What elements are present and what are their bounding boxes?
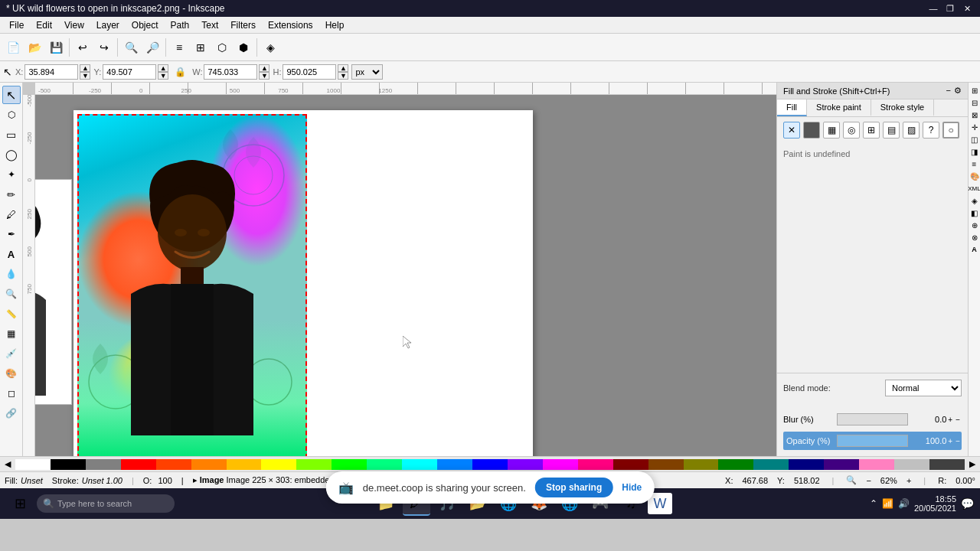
- notification-icon[interactable]: 💬: [961, 497, 974, 510]
- swatch-yellow[interactable]: [261, 459, 296, 470]
- gradient-tool[interactable]: ▦: [2, 324, 21, 343]
- align-button[interactable]: ≡: [169, 37, 189, 57]
- pen-tool[interactable]: ✏: [2, 185, 21, 204]
- tab-stroke-paint[interactable]: Stroke paint: [807, 99, 871, 116]
- y-up[interactable]: ▲: [158, 64, 168, 72]
- opacity-minus[interactable]: −: [954, 437, 962, 445]
- h-input[interactable]: [283, 64, 336, 80]
- swatch-amber[interactable]: [227, 459, 262, 470]
- swatch-azure[interactable]: [437, 459, 472, 470]
- star-tool[interactable]: ✦: [2, 165, 21, 184]
- fs-settings[interactable]: ⚙: [954, 86, 962, 96]
- opacity-bar[interactable]: [837, 435, 908, 447]
- swatch-dark-gray[interactable]: [929, 459, 965, 470]
- opacity-plus[interactable]: +: [946, 437, 954, 445]
- menu-file[interactable]: File: [3, 18, 30, 32]
- spray-tool[interactable]: 💧: [2, 265, 21, 283]
- swatch-spring-green[interactable]: [367, 459, 402, 470]
- swatch-pink[interactable]: [859, 459, 894, 470]
- clip-icon[interactable]: ◫: [969, 134, 980, 145]
- paint-pattern-btn[interactable]: ▤: [883, 122, 900, 139]
- mask-icon[interactable]: ◨: [969, 146, 980, 157]
- snap2-icon[interactable]: ✛: [969, 122, 980, 132]
- redo-button[interactable]: ↪: [94, 37, 114, 57]
- zoom-icon[interactable]: 🔍: [846, 475, 857, 485]
- node-button[interactable]: ◈: [260, 37, 280, 57]
- document-canvas[interactable]: [74, 110, 533, 456]
- swatch-silver[interactable]: [894, 459, 929, 470]
- menu-path[interactable]: Path: [165, 18, 196, 32]
- menu-layer[interactable]: Layer: [90, 18, 126, 32]
- sym-icon[interactable]: ⊗: [969, 232, 980, 243]
- connector-tool[interactable]: 🔗: [2, 404, 21, 422]
- swatch-black[interactable]: [51, 459, 86, 470]
- node2-icon[interactable]: ◈: [969, 195, 980, 206]
- zoom-tool[interactable]: 🔍: [2, 285, 21, 303]
- w-input[interactable]: [204, 64, 257, 80]
- swatch-navy[interactable]: [789, 459, 824, 470]
- node-tool[interactable]: ⬡: [2, 106, 21, 124]
- system-tray[interactable]: ⌃: [870, 498, 877, 509]
- zoom-in-button[interactable]: 🔍: [121, 37, 141, 57]
- h-up[interactable]: ▲: [338, 64, 348, 72]
- w-up[interactable]: ▲: [259, 64, 270, 72]
- eraser-tool[interactable]: ◻: [2, 384, 21, 403]
- menu-view[interactable]: View: [58, 18, 90, 32]
- clock-area[interactable]: 18:55 20/05/2021: [914, 494, 956, 513]
- paint-flat-btn[interactable]: [803, 122, 820, 139]
- search-bar[interactable]: 🔍: [37, 494, 175, 513]
- search-input[interactable]: [57, 499, 168, 508]
- swatch-rose[interactable]: [578, 459, 613, 470]
- new-button[interactable]: 📄: [3, 37, 23, 57]
- blur-plus[interactable]: +: [946, 416, 954, 424]
- paint-none-btn[interactable]: ✕: [783, 122, 800, 139]
- units-select[interactable]: pxmmcmin: [351, 64, 383, 80]
- layers-icon[interactable]: ◧: [969, 207, 980, 218]
- undo-button[interactable]: ↩: [73, 37, 93, 57]
- font-icon[interactable]: A: [969, 244, 980, 255]
- text-tool[interactable]: A: [2, 245, 21, 263]
- measure-tool[interactable]: 📏: [2, 305, 21, 323]
- menu-filters[interactable]: Filters: [224, 18, 262, 32]
- paint-unknown-btn[interactable]: ?: [923, 122, 939, 139]
- objects-icon[interactable]: ⊕: [969, 220, 980, 230]
- save-button[interactable]: 💾: [46, 37, 66, 57]
- popart-container[interactable]: [77, 114, 307, 456]
- y-down[interactable]: ▼: [158, 72, 168, 80]
- hide-button[interactable]: Hide: [622, 482, 642, 493]
- menu-object[interactable]: Object: [126, 18, 165, 32]
- x-input[interactable]: [24, 64, 78, 80]
- dropper-tool[interactable]: 💉: [2, 344, 21, 363]
- xml-icon[interactable]: XML: [969, 183, 980, 194]
- volume-icon[interactable]: 🔊: [898, 498, 910, 509]
- close-button[interactable]: ✕: [960, 3, 974, 14]
- grid-icon[interactable]: ⊟: [969, 97, 980, 108]
- stop-sharing-button[interactable]: Stop sharing: [535, 478, 612, 497]
- align2-icon[interactable]: ≡: [969, 158, 980, 169]
- distribute-button[interactable]: ⊞: [191, 37, 211, 57]
- minimize-button[interactable]: —: [926, 3, 940, 14]
- paint-unset-btn[interactable]: ○: [942, 122, 959, 139]
- blur-bar[interactable]: [837, 413, 908, 425]
- swatch-maroon[interactable]: [613, 459, 648, 470]
- swatch-violet[interactable]: [508, 459, 543, 470]
- swatch-orange[interactable]: [191, 459, 227, 470]
- swatch-magenta[interactable]: [543, 459, 578, 470]
- swatch-dark-green[interactable]: [718, 459, 753, 470]
- snap-icon[interactable]: ⊞: [969, 85, 980, 96]
- swatch-cyan[interactable]: [402, 459, 437, 470]
- select-tool[interactable]: ↖: [2, 86, 21, 104]
- menu-help[interactable]: Help: [319, 18, 351, 32]
- lock-icon[interactable]: 🔒: [172, 67, 189, 77]
- open-button[interactable]: 📂: [24, 37, 44, 57]
- group-button[interactable]: ⬡: [212, 37, 232, 57]
- swatch-teal[interactable]: [753, 459, 789, 470]
- paint-tool[interactable]: 🎨: [2, 364, 21, 383]
- menu-edit[interactable]: Edit: [30, 18, 58, 32]
- swatch-purple[interactable]: [824, 459, 859, 470]
- swatch-gray[interactable]: [86, 459, 121, 470]
- network-icon[interactable]: 📶: [882, 498, 893, 509]
- ellipse-tool[interactable]: ◯: [2, 145, 21, 164]
- color-scroll-left[interactable]: ◀: [0, 459, 15, 469]
- zoom-out-button[interactable]: 🔎: [142, 37, 162, 57]
